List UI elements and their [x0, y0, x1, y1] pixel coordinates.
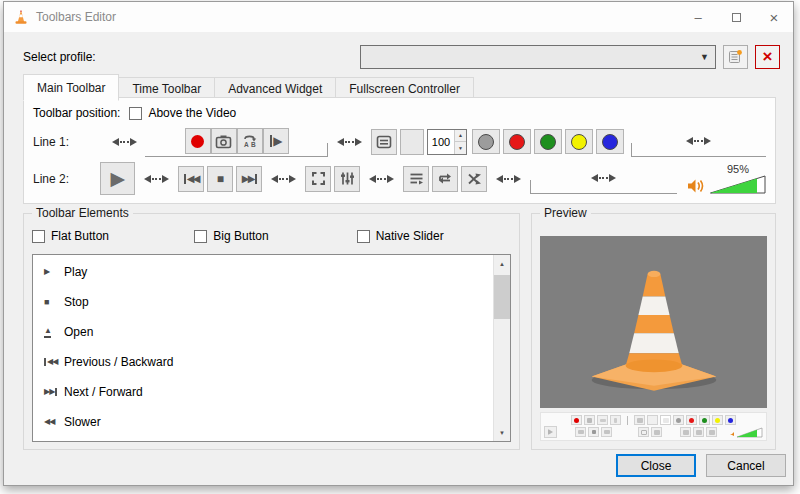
ab-loop-button[interactable]: A B [237, 128, 263, 154]
green-dot-icon [540, 134, 556, 150]
list-item-next[interactable]: ▶▶ Next / Forward [33, 377, 493, 407]
profile-dropdown[interactable]: ▼ [360, 45, 716, 69]
fullscreen-button[interactable] [305, 166, 331, 192]
size-spinner[interactable]: 100 ▲ ▼ [427, 129, 467, 155]
frame-by-frame-button[interactable]: ▶ [263, 128, 289, 154]
camera-icon [215, 134, 232, 149]
volume-widget[interactable]: 95% [687, 164, 766, 194]
spacer-widget[interactable] [271, 175, 296, 183]
list-item-label: Next / Forward [64, 385, 143, 399]
previous-icon: ◀◀ [44, 358, 57, 366]
spacer-widget[interactable] [496, 175, 521, 183]
list-item-label: Previous / Backward [64, 355, 173, 369]
new-profile-button[interactable] [723, 45, 748, 69]
line2-label: Line 2: [33, 172, 100, 186]
spacer-widget[interactable] [686, 137, 711, 145]
list-item-stop[interactable]: ■ Stop [33, 287, 493, 317]
minimize-button[interactable]: – [679, 2, 717, 32]
yellow-dot-button[interactable] [565, 129, 593, 154]
elements-listbox: ▶ Play ■ Stop ▲ Open ◀◀ Previous / Backw… [32, 254, 511, 442]
list-scrollbar[interactable]: ▲ ▼ [493, 255, 510, 441]
snapshot-button[interactable] [211, 128, 237, 154]
scroll-up-icon[interactable]: ▲ [494, 255, 510, 272]
flat-button-checkbox-item[interactable]: Flat Button [32, 229, 194, 243]
eject-icon: ▲ [44, 327, 51, 338]
blank-widget[interactable] [400, 129, 424, 155]
above-video-label[interactable]: Above the Video [148, 106, 236, 120]
green-dot-button[interactable] [534, 129, 562, 154]
dvd-menu-icon [376, 135, 392, 149]
titlebar: Toolbars Editor – × [4, 2, 793, 32]
red-dot-button[interactable] [503, 129, 531, 154]
spacer-widget[interactable] [144, 175, 169, 183]
line2-slider-zone [530, 163, 677, 194]
delete-profile-button[interactable]: × [755, 45, 780, 69]
line1-widget-zone: A B ▶ [145, 126, 328, 157]
gray-dot-icon [478, 134, 494, 150]
stop-icon: ■ [44, 298, 48, 307]
line1-label: Line 1: [33, 135, 112, 149]
vlc-cone-image [569, 247, 739, 397]
shuffle-button[interactable] [461, 166, 487, 192]
stop-button[interactable]: ■ [207, 166, 233, 192]
volume-slider[interactable] [710, 175, 766, 194]
big-button-label: Big Button [213, 229, 268, 243]
record-button[interactable] [185, 128, 211, 154]
list-item-label: Slower [64, 415, 101, 429]
list-item-slower[interactable]: ◀◀ Slower [33, 407, 493, 437]
scroll-down-icon[interactable]: ▼ [494, 424, 510, 441]
toolbar-elements-group: Toolbar Elements Flat Button Big Button … [23, 213, 520, 450]
close-button[interactable]: Close [616, 454, 696, 477]
frame-by-frame-icon: ▶ [270, 135, 281, 147]
profile-row: Select profile: ▼ × [23, 44, 780, 69]
big-button-checkbox[interactable] [194, 230, 207, 243]
play-button[interactable]: ▶ [100, 162, 135, 195]
spacer-widget[interactable] [369, 175, 394, 183]
scrollbar-thumb[interactable] [494, 275, 510, 319]
native-slider-checkbox[interactable] [357, 230, 370, 243]
above-video-checkbox[interactable] [129, 107, 142, 120]
preview-group: Preview [531, 213, 776, 450]
previous-button[interactable]: ◀◀ [178, 166, 204, 192]
next-icon: ▶▶ [242, 174, 257, 184]
gray-dot-button[interactable] [472, 129, 500, 154]
spinner-up-icon[interactable]: ▲ [455, 130, 466, 143]
tab-main-toolbar[interactable]: Main Toolbar [23, 74, 119, 101]
mini-gray-dot-icon [673, 415, 684, 425]
list-item-label: Play [64, 265, 87, 279]
mini-play-icon [544, 426, 557, 438]
close-window-button[interactable]: × [755, 2, 793, 32]
native-slider-checkbox-item[interactable]: Native Slider [357, 229, 519, 243]
flat-button-label: Flat Button [51, 229, 109, 243]
menu-button[interactable] [371, 129, 397, 155]
playlist-button[interactable] [403, 166, 429, 192]
select-profile-label: Select profile: [23, 50, 96, 64]
blue-dot-button[interactable] [596, 129, 624, 154]
window-title: Toolbars Editor [36, 10, 116, 24]
big-button-checkbox-item[interactable]: Big Button [194, 229, 356, 243]
play-icon: ▶ [44, 268, 49, 276]
equalizer-button[interactable] [334, 166, 360, 192]
list-item-open[interactable]: ▲ Open [33, 317, 493, 347]
spinner-down-icon[interactable]: ▼ [455, 142, 466, 154]
playlist-icon [409, 172, 424, 186]
line1-row: Line 1: A B [33, 123, 766, 160]
svg-text:A: A [244, 141, 249, 148]
mini-camera-icon [584, 415, 595, 425]
previous-icon: ◀◀ [184, 174, 199, 184]
vlc-cone-icon [13, 9, 29, 25]
maximize-button[interactable] [717, 2, 755, 32]
next-button[interactable]: ▶▶ [236, 166, 262, 192]
mini-green-dot-icon [699, 415, 710, 425]
chevron-down-icon: ▼ [700, 52, 709, 62]
list-item-previous[interactable]: ◀◀ Previous / Backward [33, 347, 493, 377]
loop-button[interactable] [432, 166, 458, 192]
volume-percent-label: 95% [727, 164, 749, 175]
spacer-widget[interactable] [337, 138, 362, 146]
native-slider-label: Native Slider [376, 229, 444, 243]
flat-button-checkbox[interactable] [32, 230, 45, 243]
spacer-widget[interactable] [112, 138, 137, 146]
spacer-widget[interactable] [591, 174, 616, 182]
list-item-play[interactable]: ▶ Play [33, 257, 493, 287]
cancel-button[interactable]: Cancel [706, 454, 786, 477]
